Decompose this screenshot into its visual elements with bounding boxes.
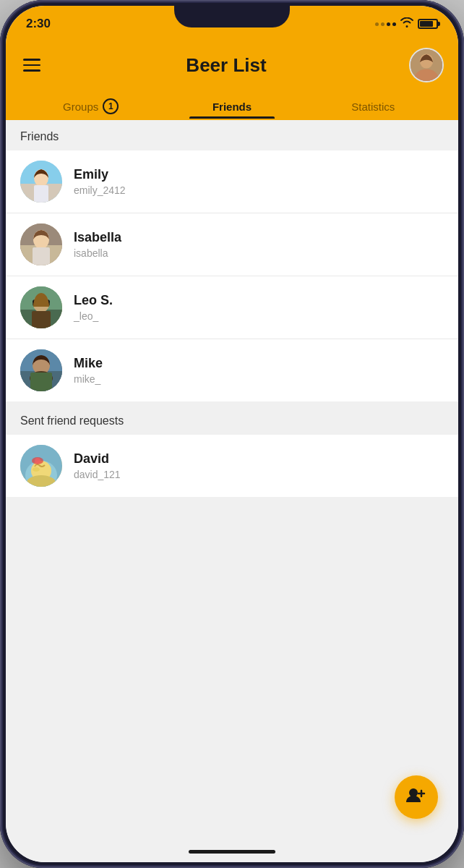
phone-frame: 2:30 (0, 0, 464, 868)
phone-screen: 2:30 (6, 6, 458, 862)
tab-friends[interactable]: Friends (161, 93, 302, 119)
friend-username: _leo_ (74, 310, 444, 322)
hamburger-line-2 (23, 64, 40, 67)
status-time: 2:30 (26, 17, 51, 31)
avatar (20, 349, 62, 391)
friend-info: David david_121 (74, 451, 444, 480)
list-item[interactable]: Isabella isabella (6, 213, 458, 276)
svg-point-29 (35, 458, 40, 464)
tab-groups-label: Groups (63, 101, 98, 113)
add-friend-button[interactable] (395, 775, 438, 819)
list-item[interactable]: Leo S. _leo_ (6, 276, 458, 339)
menu-button[interactable] (20, 56, 43, 75)
app-title: Beer List (186, 54, 266, 77)
friend-name: Emily (74, 167, 444, 182)
friend-info: Emily emily_2412 (74, 167, 444, 196)
hamburger-line-1 (23, 59, 40, 61)
sent-requests-list: David david_121 (6, 435, 458, 497)
list-item[interactable]: Emily emily_2412 (6, 150, 458, 213)
signal-icon (375, 22, 396, 26)
svg-rect-6 (34, 185, 48, 203)
list-item[interactable]: David david_121 (6, 435, 458, 497)
tabs: Groups 1 Friends Statistics (20, 91, 444, 120)
status-bar: 2:30 (6, 6, 458, 42)
tab-statistics[interactable]: Statistics (303, 93, 444, 119)
friend-username: david_121 (74, 469, 444, 480)
tab-statistics-label: Statistics (351, 101, 395, 113)
signal-dot-4 (392, 22, 396, 26)
friend-username: mike_ (74, 373, 444, 385)
add-person-icon (406, 786, 426, 808)
friend-name: Mike (74, 356, 444, 371)
battery-fill (420, 21, 433, 27)
notch (174, 6, 290, 27)
friend-username: emily_2412 (74, 184, 444, 196)
avatar (20, 445, 62, 487)
friend-info: Isabella isabella (74, 230, 444, 259)
svg-rect-10 (33, 247, 50, 265)
svg-rect-17 (32, 311, 51, 328)
avatar (20, 224, 62, 265)
wifi-icon (400, 17, 413, 30)
friends-section-header: Friends (6, 120, 458, 150)
sent-requests-section-header: Sent friend requests (6, 404, 458, 435)
content-area: Friends (6, 120, 458, 862)
battery-icon (418, 19, 438, 29)
header-top: Beer List (20, 48, 444, 91)
app-header: Beer List (6, 42, 458, 120)
signal-dot-3 (387, 22, 390, 26)
svg-point-27 (33, 467, 40, 472)
status-icons (375, 17, 438, 30)
avatar-image (411, 49, 442, 81)
svg-rect-22 (30, 373, 52, 391)
hamburger-line-3 (23, 69, 40, 72)
avatar (20, 286, 62, 328)
friend-username: isabella (74, 247, 444, 259)
signal-dot-1 (375, 22, 379, 26)
home-indicator (189, 850, 275, 854)
friend-name: David (74, 451, 444, 467)
friend-info: Mike mike_ (74, 356, 444, 385)
friend-name: Leo S. (74, 293, 444, 308)
friend-name: Isabella (74, 230, 444, 245)
tab-friends-label: Friends (212, 101, 252, 113)
tab-groups[interactable]: Groups 1 (20, 91, 161, 120)
avatar (20, 161, 62, 203)
list-item[interactable]: Mike mike_ (6, 339, 458, 401)
profile-avatar[interactable] (409, 48, 444, 82)
signal-dot-2 (381, 22, 384, 26)
friend-info: Leo S. _leo_ (74, 293, 444, 322)
friends-list: Emily emily_2412 (6, 150, 458, 401)
groups-badge: 1 (103, 98, 119, 114)
